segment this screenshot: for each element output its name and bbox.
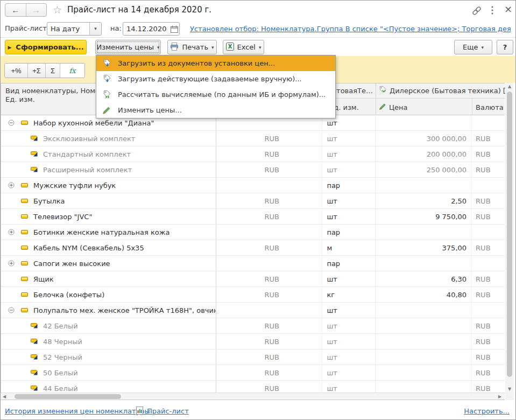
price-cell: 375,00 — [376, 240, 471, 255]
name-cell: Телевизор "JVC" — [1, 209, 216, 224]
table-row[interactable]: Ботинки женские натуральная кожапар — [1, 225, 505, 240]
scroll-down-icon[interactable]: ▼ — [505, 386, 514, 393]
currency-cell: RUB — [471, 271, 505, 286]
table-row[interactable]: ЯщикRUBшт6,30RUB — [1, 271, 505, 287]
menu-item-3[interactable]: Рассчитать вычисляемые (по данным ИБ и ф… — [96, 87, 335, 102]
pricelist-link[interactable]: Прайс-лист — [147, 407, 189, 415]
more-button[interactable]: Еще▾ — [454, 40, 492, 54]
vertical-scroll-thumb[interactable] — [507, 92, 512, 377]
expand-icon[interactable] — [8, 229, 15, 235]
table-row[interactable]: Стандартный комплектRUBшт200 000,00RUB — [1, 146, 505, 162]
customize-link[interactable]: Настроить... — [464, 407, 510, 415]
currency-cell: RUB — [216, 271, 323, 286]
table-row[interactable]: 50 БелыйRUBштRUB — [1, 365, 505, 381]
forward-button[interactable]: → — [26, 4, 47, 16]
back-button[interactable]: ← — [5, 4, 26, 16]
generate-button[interactable]: ▶ Сформировать... — [5, 40, 87, 54]
scroll-up-icon[interactable]: ▲ — [505, 83, 514, 90]
expand-icon[interactable] — [8, 182, 15, 188]
item-name: Мужские туфли нубук — [33, 181, 116, 190]
menu-item-2[interactable]: Загрузить действующие (задаваемые вручну… — [96, 71, 335, 87]
price-list-window: ← → ☆ Прайс-лист на 14 декабря 2020 г. ×… — [0, 0, 516, 420]
table-row[interactable]: Телевизор "JVC"RUBшт9 750,00RUB — [1, 209, 505, 225]
nav-button-group: ← → — [5, 3, 47, 17]
nomenclature-icon — [21, 120, 28, 125]
unit-cell: шт — [322, 365, 376, 380]
table-row[interactable]: Кабель NYM (Севкабель) 5х35RUBм375,00RUB — [1, 240, 505, 256]
table-row[interactable]: 48 ЧерныйRUBштRUB — [1, 334, 505, 349]
price-mode-select[interactable]: На дату ▾ — [47, 22, 102, 36]
chevron-down-icon[interactable]: ▾ — [89, 23, 101, 35]
currency-cell — [216, 256, 323, 271]
currency-cell: RUB — [216, 318, 323, 333]
name-cell: 42 Белый — [1, 318, 216, 333]
price-tag-calc-icon — [102, 90, 111, 99]
get-link-icon[interactable] — [471, 5, 482, 18]
table-row[interactable]: Сапоги жен высокиепар — [1, 256, 505, 271]
table-row[interactable]: Полупальто мех. женское "ТРОЙКА т168Н", … — [1, 303, 505, 318]
unit-cell: шт — [322, 193, 376, 208]
expand-icon[interactable] — [8, 260, 15, 267]
price-cell — [376, 303, 471, 318]
price-tag-download-icon — [102, 59, 111, 68]
name-cell: Кабель NYM (Севкабель) 5х35 — [1, 240, 216, 255]
table-row[interactable]: Белочка (конфеты)RUBкг40,80RUB — [1, 287, 505, 303]
table-row[interactable]: 42 БелыйRUBштRUB — [1, 318, 505, 334]
date-input[interactable]: 14.12.2020 — [123, 22, 180, 36]
table-row[interactable]: 52 ЧерныйRUBштRUB — [1, 349, 505, 365]
item-name: Расширенный комплект — [43, 166, 132, 174]
price-history-link[interactable]: История изменения цен номенклатуры — [5, 407, 150, 415]
format-button-group: +%+ΣΣfx — [4, 63, 85, 78]
favorite-star-icon[interactable]: ☆ — [53, 4, 62, 16]
table-row[interactable]: Эксклюзивный комплектRUBшт300 000,00RUB — [1, 131, 505, 146]
vertical-scrollbar[interactable]: ▲ ▼ — [505, 83, 514, 400]
column-header-price[interactable]: Цена — [376, 99, 472, 116]
item-name: Стандартный комплект — [43, 150, 131, 158]
filter-settings-link[interactable]: Установлен отбор: Номенклатура.Группа В … — [190, 25, 511, 33]
formula-button[interactable]: fx — [60, 64, 84, 78]
close-icon[interactable]: × — [504, 3, 512, 15]
menu-item-4[interactable]: Изменить цены... — [96, 102, 335, 118]
column-group-dealer[interactable]: Дилерское (Бытовая техника) [Дил — [376, 83, 505, 98]
table-row[interactable]: Мужские туфли нубукпар — [1, 178, 505, 193]
item-name: Полупальто мех. женское "ТРОЙКА т168Н", … — [33, 306, 216, 314]
add-sum-button[interactable]: +Σ — [28, 64, 46, 78]
table-row[interactable]: БутылкаRUBшт2,50RUB — [1, 193, 505, 209]
unit-cell: шт — [322, 349, 376, 365]
name-cell: Ботинки женские натуральная кожа — [1, 225, 216, 240]
characteristic-icon — [31, 136, 38, 141]
currency-cell — [471, 115, 505, 130]
calendar-icon[interactable] — [169, 25, 179, 33]
unit-cell: шт — [322, 381, 376, 393]
menu-item-label: Загрузить действующие (задаваемые вручну… — [118, 75, 302, 83]
kebab-menu-icon[interactable] — [491, 6, 493, 16]
currency-cell: RUB — [471, 334, 505, 349]
table-row[interactable]: Расширенный комплектRUBшт250 000,00RUB — [1, 162, 505, 178]
item-name: 52 Черный — [43, 353, 82, 361]
unit-cell: шт — [322, 318, 376, 333]
pencil-icon — [102, 106, 111, 115]
nomenclature-icon — [21, 229, 28, 235]
collapse-icon[interactable] — [8, 307, 15, 313]
item-name: Эксклюзивный комплект — [43, 135, 135, 143]
scroll-left-icon[interactable]: ◀ — [1, 393, 8, 400]
name-cell: Расширенный комплект — [1, 162, 216, 177]
horizontal-scrollbar[interactable]: ◀ ▶ — [1, 393, 505, 400]
characteristic-icon — [31, 323, 38, 328]
scroll-right-icon[interactable]: ▶ — [496, 393, 504, 400]
table-row[interactable]: 44 БелыйRUBштRUB — [1, 381, 505, 393]
column-header-currency[interactable]: Валюта — [472, 99, 505, 116]
sum-button[interactable]: Σ — [46, 64, 60, 78]
help-button[interactable]: ? — [497, 40, 513, 54]
print-button[interactable]: Печать▾ — [167, 40, 217, 54]
excel-button[interactable]: X Excel▾ — [223, 40, 264, 54]
menu-item-1[interactable]: Загрузить из документов установки цен... — [96, 55, 335, 71]
price-cell — [376, 349, 471, 365]
price-cell — [376, 381, 471, 393]
horizontal-scroll-thumb[interactable] — [15, 394, 121, 399]
nomenclature-icon — [21, 214, 28, 219]
change-prices-button[interactable]: Изменить цены▾ — [95, 40, 161, 54]
collapse-icon[interactable] — [8, 120, 15, 126]
unit-cell: пар — [322, 256, 376, 271]
add-percent-button[interactable]: +% — [5, 64, 28, 78]
